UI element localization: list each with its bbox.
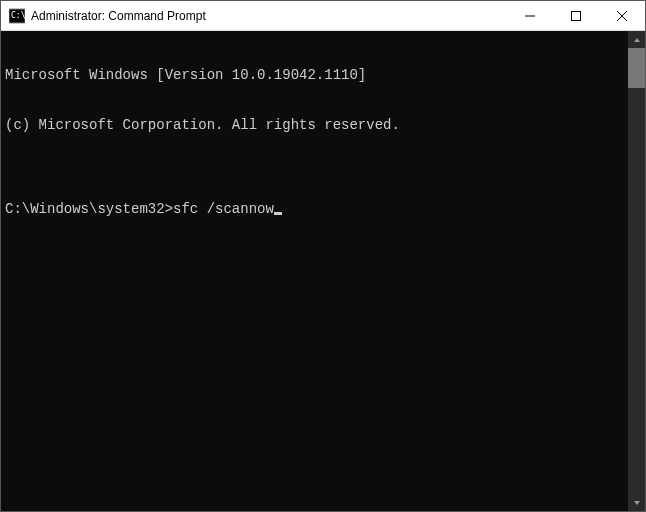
scroll-track[interactable] bbox=[628, 48, 645, 494]
prompt-line: C:\Windows\system32>sfc /scannow bbox=[5, 201, 624, 218]
titlebar[interactable]: C:\ Administrator: Command Prompt bbox=[1, 1, 645, 31]
command-input[interactable]: sfc /scannow bbox=[173, 201, 274, 218]
window-title: Administrator: Command Prompt bbox=[31, 9, 507, 23]
console-area: Microsoft Windows [Version 10.0.19042.11… bbox=[1, 31, 645, 511]
chevron-down-icon bbox=[633, 499, 641, 507]
scroll-up-button[interactable] bbox=[628, 31, 645, 48]
svg-rect-3 bbox=[572, 11, 581, 20]
console-output[interactable]: Microsoft Windows [Version 10.0.19042.11… bbox=[1, 31, 628, 511]
command-prompt-window: C:\ Administrator: Command Prompt bbox=[0, 0, 646, 512]
window-controls bbox=[507, 1, 645, 30]
chevron-up-icon bbox=[633, 36, 641, 44]
output-line: (c) Microsoft Corporation. All rights re… bbox=[5, 117, 624, 134]
cursor bbox=[274, 212, 282, 215]
scroll-down-button[interactable] bbox=[628, 494, 645, 511]
cmd-icon: C:\ bbox=[9, 8, 25, 24]
scroll-thumb[interactable] bbox=[628, 48, 645, 88]
vertical-scrollbar[interactable] bbox=[628, 31, 645, 511]
minimize-button[interactable] bbox=[507, 1, 553, 30]
svg-marker-7 bbox=[634, 501, 640, 505]
maximize-icon bbox=[571, 11, 581, 21]
minimize-icon bbox=[525, 11, 535, 21]
svg-text:C:\: C:\ bbox=[11, 11, 25, 20]
maximize-button[interactable] bbox=[553, 1, 599, 30]
output-line: Microsoft Windows [Version 10.0.19042.11… bbox=[5, 67, 624, 84]
svg-marker-6 bbox=[634, 38, 640, 42]
prompt-text: C:\Windows\system32> bbox=[5, 201, 173, 218]
close-icon bbox=[617, 11, 627, 21]
close-button[interactable] bbox=[599, 1, 645, 30]
